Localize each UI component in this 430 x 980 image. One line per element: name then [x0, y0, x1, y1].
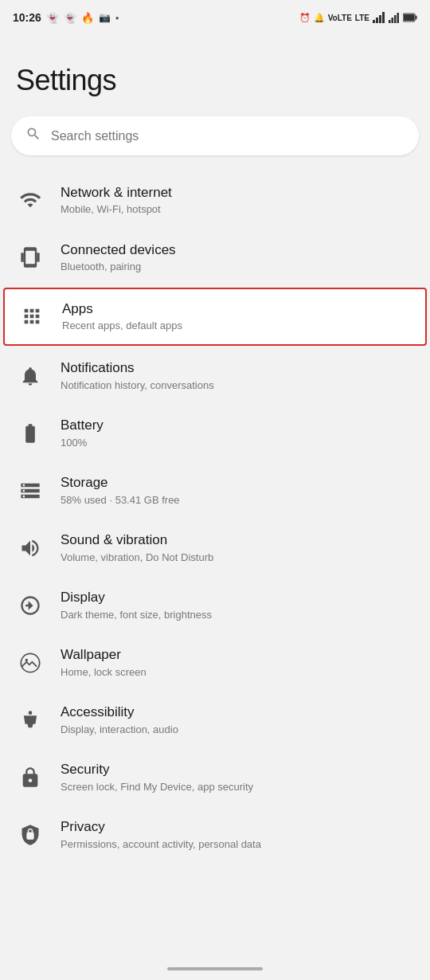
- settings-item-title-sound: Sound & vibration: [61, 531, 414, 549]
- main-content: Settings Network & internetMobile, Wi-Fi…: [0, 32, 430, 880]
- settings-item-title-display: Display: [61, 589, 414, 606]
- search-bar[interactable]: [11, 116, 419, 155]
- svg-rect-9: [416, 16, 417, 20]
- settings-item-title-security: Security: [61, 761, 414, 778]
- svg-rect-3: [382, 12, 385, 23]
- settings-item-subtitle-battery: 100%: [61, 437, 414, 450]
- settings-item-title-privacy: Privacy: [61, 818, 414, 836]
- sound-icon: [16, 534, 45, 563]
- settings-item-apps[interactable]: AppsRecent apps, default apps: [3, 288, 427, 346]
- settings-list: Network & internetMobile, Wi-Fi, hotspot…: [0, 171, 430, 864]
- snapchat-icon: 👻: [46, 12, 59, 24]
- signal-icon: [373, 12, 385, 23]
- settings-item-sound[interactable]: Sound & vibrationVolume, vibration, Do N…: [0, 519, 430, 577]
- svg-rect-2: [379, 15, 381, 23]
- settings-item-wallpaper[interactable]: WallpaperHome, lock screen: [0, 634, 430, 692]
- home-indicator: [167, 967, 263, 970]
- privacy-icon: [16, 821, 45, 849]
- accessibility-icon: [16, 706, 45, 735]
- data-icon: VoLTE: [328, 14, 352, 22]
- volume-icon: 🔔: [314, 13, 325, 23]
- status-bar: 10:26 👻 👻 🔥 📷 ● ⏰ 🔔 VoLTE LTE: [0, 0, 430, 32]
- bell-icon: [16, 362, 45, 390]
- lte-icon: LTE: [355, 14, 369, 22]
- svg-rect-10: [404, 14, 414, 21]
- svg-rect-6: [394, 15, 397, 23]
- settings-item-subtitle-display: Dark theme, font size, brightness: [61, 609, 414, 622]
- settings-item-title-accessibility: Accessibility: [61, 704, 414, 721]
- settings-item-text-wallpaper: WallpaperHome, lock screen: [61, 646, 414, 679]
- settings-item-title-network: Network & internet: [61, 184, 414, 202]
- settings-item-title-connected: Connected devices: [61, 241, 414, 259]
- snapchat2-icon: 👻: [64, 12, 76, 24]
- svg-point-15: [29, 711, 33, 715]
- settings-item-accessibility[interactable]: AccessibilityDisplay, interaction, audio: [0, 692, 430, 749]
- settings-item-subtitle-wallpaper: Home, lock screen: [61, 666, 414, 680]
- settings-item-subtitle-connected: Bluetooth, pairing: [61, 261, 414, 274]
- apps-icon: [18, 302, 46, 331]
- svg-rect-1: [376, 18, 378, 23]
- bottom-bar: [0, 961, 430, 980]
- settings-item-subtitle-privacy: Permissions, account activity, personal …: [61, 838, 414, 852]
- settings-item-title-apps: Apps: [62, 300, 412, 318]
- status-time: 10:26: [13, 11, 41, 24]
- settings-item-text-storage: Storage58% used · 53.41 GB free: [61, 474, 414, 507]
- wallpaper-icon: [16, 649, 45, 677]
- settings-item-text-privacy: PrivacyPermissions, account activity, pe…: [61, 818, 414, 851]
- battery-icon: [16, 419, 45, 448]
- settings-item-notifications[interactable]: NotificationsNotification history, conve…: [0, 347, 430, 405]
- svg-rect-11: [21, 253, 24, 262]
- settings-item-title-wallpaper: Wallpaper: [61, 646, 414, 664]
- settings-item-subtitle-storage: 58% used · 53.41 GB free: [61, 494, 414, 508]
- settings-item-text-accessibility: AccessibilityDisplay, interaction, audio: [61, 704, 414, 736]
- svg-rect-4: [389, 20, 391, 23]
- search-container: [0, 116, 430, 171]
- settings-item-security[interactable]: SecurityScreen lock, Find My Device, app…: [0, 749, 430, 806]
- instagram-icon: 📷: [99, 12, 111, 23]
- settings-item-battery[interactable]: Battery100%: [0, 405, 430, 462]
- svg-rect-0: [373, 20, 375, 23]
- dot-icon: ●: [115, 14, 119, 22]
- settings-item-title-battery: Battery: [61, 417, 414, 434]
- svg-rect-5: [392, 18, 394, 23]
- wifi-signal-icon: [389, 12, 400, 23]
- devices-icon: [16, 243, 45, 272]
- settings-item-text-network: Network & internetMobile, Wi-Fi, hotspot: [61, 184, 414, 217]
- settings-item-storage[interactable]: Storage58% used · 53.41 GB free: [0, 462, 430, 519]
- svg-rect-7: [397, 13, 400, 23]
- settings-item-subtitle-security: Screen lock, Find My Device, app securit…: [61, 781, 414, 794]
- status-left: 10:26 👻 👻 🔥 📷 ●: [13, 11, 119, 24]
- settings-item-text-sound: Sound & vibrationVolume, vibration, Do N…: [61, 531, 414, 564]
- settings-item-title-storage: Storage: [61, 474, 414, 492]
- wifi-icon: [16, 186, 45, 214]
- settings-item-privacy[interactable]: PrivacyPermissions, account activity, pe…: [0, 806, 430, 864]
- settings-item-text-battery: Battery100%: [61, 417, 414, 449]
- settings-item-network[interactable]: Network & internetMobile, Wi-Fi, hotspot: [0, 171, 430, 229]
- search-icon: [25, 126, 41, 146]
- settings-item-text-notifications: NotificationsNotification history, conve…: [61, 359, 414, 392]
- alarm-icon: ⏰: [299, 13, 311, 23]
- settings-item-subtitle-apps: Recent apps, default apps: [62, 319, 412, 333]
- page-title: Settings: [0, 48, 430, 116]
- settings-item-text-security: SecurityScreen lock, Find My Device, app…: [61, 761, 414, 794]
- settings-item-connected[interactable]: Connected devicesBluetooth, pairing: [0, 229, 430, 286]
- settings-item-title-notifications: Notifications: [61, 359, 414, 377]
- settings-item-subtitle-accessibility: Display, interaction, audio: [61, 723, 414, 737]
- battery-status-icon: [403, 13, 417, 22]
- settings-item-text-connected: Connected devicesBluetooth, pairing: [61, 241, 414, 274]
- storage-icon: [16, 476, 45, 505]
- settings-item-text-display: DisplayDark theme, font size, brightness: [61, 589, 414, 621]
- search-input[interactable]: [51, 129, 405, 143]
- settings-item-subtitle-network: Mobile, Wi-Fi, hotspot: [61, 203, 414, 217]
- display-icon: [16, 591, 45, 620]
- settings-item-subtitle-notifications: Notification history, conversations: [61, 379, 414, 393]
- status-right: ⏰ 🔔 VoLTE LTE: [299, 12, 417, 23]
- settings-item-text-apps: AppsRecent apps, default apps: [62, 300, 412, 333]
- settings-item-display[interactable]: DisplayDark theme, font size, brightness: [0, 577, 430, 634]
- settings-item-subtitle-sound: Volume, vibration, Do Not Disturb: [61, 551, 414, 565]
- svg-rect-12: [37, 253, 40, 262]
- security-icon: [16, 763, 45, 792]
- fire-icon: 🔥: [81, 12, 94, 24]
